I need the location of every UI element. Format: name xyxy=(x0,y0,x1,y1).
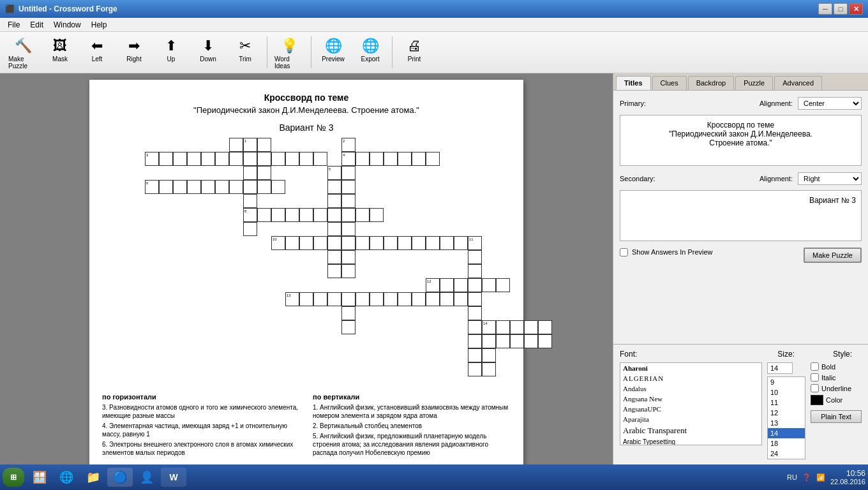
size-11[interactable]: 11 xyxy=(768,397,805,408)
cell-r8-23[interactable] xyxy=(454,236,468,250)
cell-r8-12[interactable] xyxy=(299,236,313,250)
cell-r12-22[interactable] xyxy=(440,292,454,306)
show-answers-checkbox[interactable] xyxy=(620,248,628,256)
font-item-algerian[interactable]: ALGERIAN xyxy=(620,373,761,383)
cell-r15-24[interactable] xyxy=(468,334,482,348)
right-button[interactable]: ➡ Right xyxy=(116,34,152,70)
cell-r4-7[interactable] xyxy=(229,180,243,194)
cell-r12-11[interactable]: 13 xyxy=(285,292,299,306)
cell-r11-22[interactable] xyxy=(440,278,454,292)
cell-r3-9[interactable] xyxy=(257,166,271,180)
cell-r14-26[interactable] xyxy=(496,320,510,334)
cell-r6-10[interactable] xyxy=(271,208,285,222)
cell-r4-5[interactable] xyxy=(201,180,215,194)
cell-r2-4[interactable] xyxy=(187,152,201,166)
close-button[interactable]: ✕ xyxy=(849,3,863,15)
cell-r11-21[interactable]: 12 xyxy=(426,278,440,292)
cell-r6-16[interactable] xyxy=(355,208,370,222)
cell-r12-21[interactable] xyxy=(426,292,440,306)
cell-r4-4[interactable] xyxy=(187,180,201,194)
cell-r12-12[interactable] xyxy=(299,292,313,306)
cell-r6-12[interactable] xyxy=(299,208,313,222)
cell-r8-24[interactable]: 11 xyxy=(468,236,482,250)
cell-r17-25[interactable] xyxy=(482,362,496,376)
cell-r2-19[interactable] xyxy=(398,152,412,166)
cell-r14-24[interactable] xyxy=(468,320,482,334)
cell-r2-18[interactable] xyxy=(384,152,398,166)
cell-r4-6[interactable] xyxy=(215,180,229,194)
cell-r8-11[interactable] xyxy=(285,236,299,250)
cell-r14-25[interactable]: 14 xyxy=(482,320,496,334)
taskbar-browser[interactable]: 🌐 xyxy=(54,468,79,487)
cell-r3-14[interactable]: 5 xyxy=(327,166,341,180)
font-item-arabic-typesetting[interactable]: Arabic Typesetting xyxy=(620,437,761,445)
cell-r8-17[interactable] xyxy=(370,236,384,250)
cell-r8-16[interactable] xyxy=(355,236,370,250)
cell-r6-14[interactable] xyxy=(327,208,341,222)
cell-r2-3[interactable] xyxy=(173,152,187,166)
cell-r12-19[interactable] xyxy=(398,292,412,306)
cell-r2-16[interactable] xyxy=(355,152,370,166)
cell-r2-5[interactable] xyxy=(201,152,215,166)
cell-r2-17[interactable] xyxy=(370,152,384,166)
make-puzzle-panel-button[interactable]: Make Puzzle xyxy=(804,248,862,263)
word-ideas-button[interactable]: 💡 Word Ideas xyxy=(271,34,307,70)
cell-r16-25[interactable] xyxy=(482,348,496,362)
cell-r2-7[interactable] xyxy=(229,152,243,166)
cell-r4-15[interactable] xyxy=(341,180,355,194)
tab-advanced[interactable]: Advanced xyxy=(774,76,822,90)
cell-r10-24[interactable] xyxy=(468,264,482,278)
cell-r3-15[interactable] xyxy=(341,166,355,180)
cell-r4-14[interactable] xyxy=(327,180,341,194)
start-button[interactable]: ⊞ xyxy=(3,468,24,487)
cell-r12-15[interactable] xyxy=(341,292,355,306)
cell-r13-15[interactable] xyxy=(341,306,355,320)
font-item-angsanaupc[interactable]: AngsanaUPC xyxy=(620,404,761,414)
cell-r6-17[interactable] xyxy=(370,208,384,222)
primary-alignment-select[interactable]: Center Left Right xyxy=(798,97,862,110)
cell-r11-23[interactable] xyxy=(454,278,468,292)
cell-r4-10[interactable] xyxy=(271,180,285,194)
cell-r5-8[interactable] xyxy=(243,194,257,208)
cell-r6-9[interactable] xyxy=(257,208,271,222)
font-item-aparajita[interactable]: Aparajita xyxy=(620,414,761,424)
taskbar-folder[interactable]: 📁 xyxy=(80,468,106,487)
cell-r1-16[interactable]: 2 xyxy=(341,138,355,152)
cell-r11-24[interactable] xyxy=(468,278,482,292)
font-item-aharoni[interactable]: Aharoni xyxy=(620,363,761,373)
cell-r8-18[interactable] xyxy=(384,236,398,250)
size-12[interactable]: 12 xyxy=(768,408,805,418)
cell-r12-17[interactable] xyxy=(370,292,384,306)
taskbar-chrome[interactable]: 🔵 xyxy=(107,468,133,487)
cell-r4-8[interactable] xyxy=(243,180,257,194)
cell-r11-26[interactable] xyxy=(496,278,510,292)
size-input[interactable] xyxy=(767,362,793,374)
cell-r2-13[interactable] xyxy=(313,152,327,166)
tab-puzzle[interactable]: Puzzle xyxy=(735,76,773,90)
cell-r14-29[interactable] xyxy=(538,320,552,334)
cell-r4-1[interactable]: 6 xyxy=(145,180,159,194)
cell-r2-12[interactable] xyxy=(299,152,313,166)
font-item-arabic-transparent[interactable]: Arabic Transparent xyxy=(620,424,761,437)
mask-button[interactable]: 🖼 Mask xyxy=(42,34,78,70)
cell-1-8[interactable]: 1 xyxy=(243,138,257,152)
cell-r1-9[interactable] xyxy=(257,138,271,152)
cell-r8-14[interactable] xyxy=(327,236,341,250)
cell-r16-24[interactable] xyxy=(468,348,482,362)
cell-r2-20[interactable] xyxy=(412,152,426,166)
primary-preview-box[interactable]: Кроссворд по теме "Периодический закон Д… xyxy=(620,115,862,166)
make-puzzle-toolbar-button[interactable]: 🔨 Make Puzzle xyxy=(5,34,41,70)
size-10[interactable]: 10 xyxy=(768,387,805,397)
cell-r12-24[interactable] xyxy=(468,292,482,306)
taskbar-ie[interactable]: 🪟 xyxy=(27,468,52,487)
cell-r8-20[interactable] xyxy=(412,236,426,250)
cell-r12-13[interactable] xyxy=(313,292,327,306)
size-24[interactable]: 24 xyxy=(768,449,805,459)
tab-titles[interactable]: Titles xyxy=(616,76,651,90)
canvas-area[interactable]: Кроссворд по теме "Периодический закон Д… xyxy=(0,73,613,464)
up-button[interactable]: ⬆ Up xyxy=(153,34,189,70)
left-button[interactable]: ⬅ Left xyxy=(79,34,115,70)
cell-r14-28[interactable] xyxy=(524,320,538,334)
maximize-button[interactable]: □ xyxy=(834,3,848,15)
cell-r8-15[interactable] xyxy=(341,236,355,250)
